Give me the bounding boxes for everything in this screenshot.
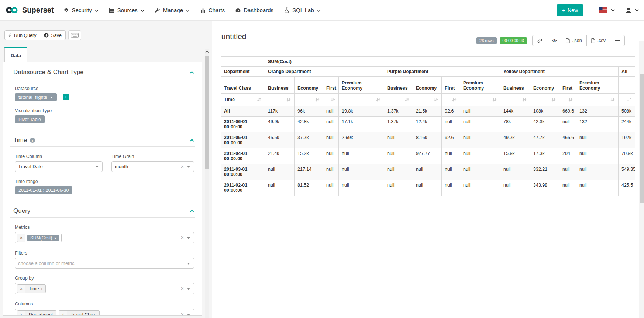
caret-down-icon xyxy=(96,166,99,168)
scroll-up-icon[interactable] xyxy=(205,51,209,53)
chevron-up-icon[interactable] xyxy=(189,71,194,74)
language-selector[interactable] xyxy=(599,7,615,13)
pivot-corner xyxy=(221,57,265,67)
chart-menu-button[interactable] xyxy=(610,35,625,46)
export-json-button[interactable]: .json xyxy=(561,35,586,46)
keyboard-icon xyxy=(71,33,79,38)
plus-circle-icon xyxy=(44,33,49,38)
selected-token[interactable]: ×SUM(Cost)▸ xyxy=(17,234,62,242)
chevron-up-icon[interactable] xyxy=(189,210,194,213)
time-grain-select[interactable]: month × xyxy=(111,161,194,172)
file-icon xyxy=(591,38,595,43)
metrics-select[interactable]: ×SUM(Cost)▸× xyxy=(15,232,194,243)
nav-item-label: Manage xyxy=(163,7,183,13)
app-logo[interactable]: Superset xyxy=(5,6,54,14)
pivot-cell: 15.9k xyxy=(500,148,530,164)
nav-item-label: Dashboards xyxy=(244,7,273,13)
sort-header[interactable] xyxy=(460,94,500,106)
time-column-select[interactable]: Travel Date xyxy=(15,161,103,172)
nav-item-charts[interactable]: Charts xyxy=(200,7,225,13)
chevron-up-icon[interactable] xyxy=(189,139,194,142)
sort-header[interactable] xyxy=(265,94,295,106)
column-header: Business xyxy=(265,77,295,94)
pivot-cell: 19.8k xyxy=(339,106,384,117)
pivot-cell: null xyxy=(323,180,339,196)
datasource-selector[interactable]: tutorial_flights xyxy=(15,93,57,101)
new-button[interactable]: + New xyxy=(557,4,583,16)
sort-icon xyxy=(433,98,438,102)
time-range-selector[interactable]: 2011-01-01 : 2011-06-30 xyxy=(15,186,72,194)
clear-icon[interactable]: × xyxy=(181,311,184,316)
chart-title[interactable]: - untitled xyxy=(217,32,247,41)
sort-header[interactable] xyxy=(442,94,460,106)
sort-icon xyxy=(404,98,410,102)
sort-header[interactable] xyxy=(384,94,413,106)
metric-badge[interactable]: SUM(Cost)▸ xyxy=(27,235,59,241)
pivot-cell: null xyxy=(339,180,384,196)
share-link-button[interactable] xyxy=(532,35,547,46)
groupby-select[interactable]: ×Timei× xyxy=(15,283,194,294)
sort-header[interactable] xyxy=(576,94,619,106)
sort-icon xyxy=(315,98,320,102)
sort-header[interactable] xyxy=(413,94,442,106)
tab-data[interactable]: Data xyxy=(4,47,27,63)
nav-item-sql-lab[interactable]: SQL Lab xyxy=(284,7,321,13)
sort-header-time[interactable]: Time xyxy=(221,94,265,106)
sort-header[interactable] xyxy=(559,94,576,106)
pivot-cell: 42.3k xyxy=(530,117,559,132)
add-datasource-button[interactable]: + xyxy=(63,94,69,100)
sort-header[interactable] xyxy=(339,94,384,106)
filters-select[interactable]: choose a column or metric xyxy=(15,258,194,269)
clear-icon[interactable]: × xyxy=(181,164,184,170)
view-query-button[interactable]: </> xyxy=(547,35,562,46)
pivot-cell: 343.98 xyxy=(530,180,559,196)
left-panel-scrollbar[interactable] xyxy=(205,49,209,318)
pivot-cell: 465.6 xyxy=(559,132,576,148)
pivot-cell: 12.4k xyxy=(413,117,442,132)
remove-token-button[interactable]: × xyxy=(17,285,25,293)
nav-item-manage[interactable]: Manage xyxy=(155,7,190,13)
nav-item-security[interactable]: Security xyxy=(63,7,99,13)
pivot-cell: 49.9k xyxy=(265,117,295,132)
table-row: 2011-05-01 00:00:0045.5k37.7knull2.69knu… xyxy=(221,132,635,148)
section-time: Time i Time Column Travel Date xyxy=(10,136,195,194)
filters-label: Filters xyxy=(15,250,194,256)
pivot-cell: null xyxy=(576,180,619,196)
flask-icon xyxy=(284,7,290,13)
column-header: Business xyxy=(500,77,530,94)
new-button-label: New xyxy=(568,7,578,13)
run-query-button[interactable]: Run Query xyxy=(4,30,40,40)
selected-token[interactable]: ×Department xyxy=(17,310,56,316)
remove-token-button[interactable]: × xyxy=(59,311,67,316)
scrollbar-thumb[interactable] xyxy=(205,56,209,169)
pivot-cell: null xyxy=(265,180,295,196)
nav-item-sources[interactable]: Sources xyxy=(109,7,144,13)
pivot-cell: 96k xyxy=(295,106,323,117)
sort-header[interactable] xyxy=(500,94,530,106)
remove-token-button[interactable]: × xyxy=(17,234,25,242)
user-menu[interactable] xyxy=(626,7,639,13)
export-csv-button[interactable]: .csv xyxy=(586,35,610,46)
chevron-down-icon xyxy=(95,10,99,12)
superset-logo-icon xyxy=(5,6,19,14)
columns-select[interactable]: ×Department×Travel Class× xyxy=(15,309,194,316)
sort-header[interactable] xyxy=(295,94,323,106)
selected-token[interactable]: ×Timei xyxy=(17,284,46,293)
remove-token-button[interactable]: × xyxy=(17,311,25,316)
datasource-value: tutorial_flights xyxy=(18,95,47,100)
scrollbar-thumb[interactable] xyxy=(640,74,644,203)
selected-token[interactable]: ×Travel Class xyxy=(59,310,100,316)
page-scrollbar[interactable] xyxy=(639,41,644,318)
clear-icon[interactable]: × xyxy=(181,286,184,291)
sort-header[interactable] xyxy=(530,94,559,106)
pivot-cell: null xyxy=(460,117,500,132)
keyboard-shortcuts-button[interactable] xyxy=(68,30,81,40)
nav-item-dashboards[interactable]: Dashboards xyxy=(235,7,273,13)
clear-icon[interactable]: × xyxy=(181,235,184,241)
sort-header[interactable] xyxy=(619,94,635,106)
pivot-cell: 669.6 xyxy=(559,106,576,117)
pivot-cell: null xyxy=(460,180,500,196)
viz-type-selector[interactable]: Pivot Table xyxy=(15,115,45,123)
sort-header[interactable] xyxy=(323,94,339,106)
save-button[interactable]: Save xyxy=(40,30,66,40)
